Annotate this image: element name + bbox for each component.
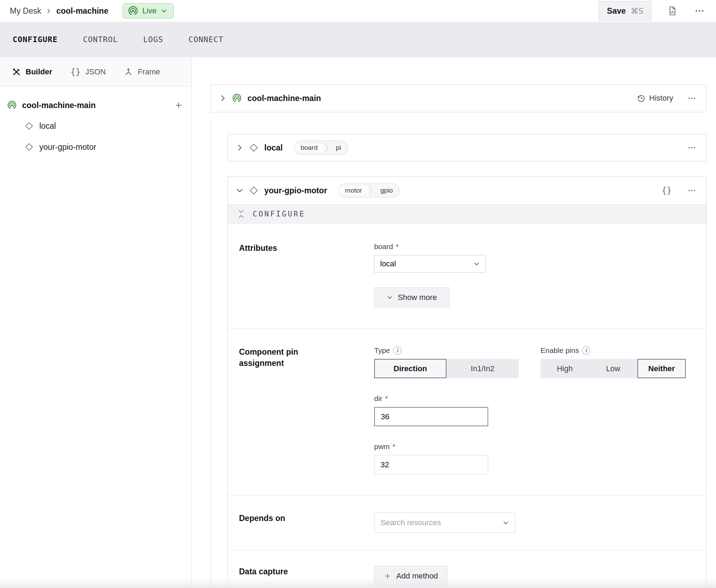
board-select-value: local: [380, 259, 396, 268]
show-more-button[interactable]: Show more: [374, 287, 450, 307]
pwm-input[interactable]: [374, 455, 488, 474]
component-diamond-icon: [249, 143, 259, 153]
dir-input[interactable]: [374, 407, 488, 426]
add-method-button[interactable]: Add method: [374, 566, 447, 586]
resource-tree: cool-machine-main local your-gpi: [0, 87, 192, 158]
mode-json[interactable]: {} JSON: [71, 67, 106, 77]
enable-option-low[interactable]: Low: [589, 359, 637, 378]
ellipsis-icon: [687, 94, 696, 103]
type-option-direction[interactable]: Direction: [374, 359, 446, 378]
tree-item-local[interactable]: local: [0, 115, 192, 136]
machine-report-button[interactable]: [665, 4, 679, 18]
pin-assignment-row-label: Component pin assignment: [239, 346, 330, 474]
tree-part-label: cool-machine-main: [22, 101, 96, 110]
tab-logs[interactable]: LOGS: [143, 35, 163, 44]
badge-type: motor: [339, 187, 369, 194]
machine-tab-bar: CONFIGURE CONTROL LOGS CONNECT: [0, 22, 716, 57]
enable-pins-field-label: Enable pins: [541, 346, 579, 355]
board-select[interactable]: local: [374, 255, 486, 273]
tab-connect[interactable]: CONNECT: [188, 35, 224, 44]
dir-field: dir *: [374, 394, 695, 426]
tree-item-gpio-motor[interactable]: your-gpio-motor: [0, 136, 192, 158]
mode-frame[interactable]: Frame: [124, 67, 160, 76]
top-bar: My Desk cool-machine Live Save ⌘S: [0, 0, 716, 22]
show-more-label: Show more: [398, 293, 437, 302]
chevron-down-icon: [473, 261, 480, 267]
json-braces-icon: {}: [71, 67, 81, 77]
enable-pins-control-group: Enable pins i High Low Neither: [541, 346, 686, 378]
tab-control[interactable]: CONTROL: [83, 35, 118, 44]
motor-type-badge: motor gpio: [338, 183, 400, 198]
chevron-down-icon: [503, 520, 509, 526]
save-button[interactable]: Save ⌘S: [599, 1, 651, 21]
history-button[interactable]: History: [637, 94, 673, 103]
save-shortcut: ⌘S: [631, 7, 643, 15]
live-broadcast-icon: [128, 6, 138, 16]
plus-icon: [174, 101, 183, 110]
frame-axes-icon: [124, 67, 133, 76]
part-children-group: local board pi: [211, 122, 707, 588]
component-diamond-icon: [25, 142, 34, 152]
enable-option-neither[interactable]: Neither: [637, 359, 686, 378]
history-clock-icon: [637, 94, 646, 103]
configure-sidebar: Builder {} JSON Frame: [0, 57, 192, 588]
pwm-field-label: pwm: [374, 442, 390, 451]
mode-builder[interactable]: Builder: [12, 67, 52, 76]
local-menu-button[interactable]: [686, 142, 698, 154]
mode-json-label: JSON: [85, 67, 106, 76]
configure-section-bar[interactable]: CONFIGURE: [228, 204, 706, 223]
collapse-chevron-down-icon[interactable]: [236, 187, 243, 194]
view-json-button[interactable]: {}: [660, 184, 673, 197]
badge-divider-chevron: [324, 141, 330, 155]
machine-status-dropdown[interactable]: Live: [122, 3, 174, 19]
local-card-title: local: [264, 143, 283, 153]
motor-menu-button[interactable]: [686, 185, 698, 196]
required-asterisk: *: [392, 442, 395, 451]
enable-pins-segmented-control: High Low Neither: [541, 359, 686, 378]
board-field-label: board: [374, 242, 393, 251]
info-icon[interactable]: i: [393, 346, 402, 355]
tree-item-part-main[interactable]: cool-machine-main: [0, 95, 192, 115]
save-label: Save: [607, 6, 626, 16]
expand-chevron-right-icon[interactable]: [219, 95, 226, 102]
pwm-field: pwm *: [374, 442, 695, 474]
expand-chevron-right-icon[interactable]: [236, 144, 243, 151]
enable-option-high[interactable]: High: [541, 359, 589, 378]
badge-model: gpio: [374, 187, 399, 194]
machine-status-label: Live: [142, 6, 157, 15]
data-capture-row-label: Data capture: [239, 566, 330, 586]
attributes-row-label: Attributes: [239, 242, 330, 307]
gpio-motor-card: your-gpio-motor motor gpio {}: [227, 176, 707, 588]
file-chart-icon: [667, 6, 677, 16]
pin-assignment-row: Component pin assignment Type i Directio…: [228, 329, 706, 496]
depends-on-row: Depends on: [228, 496, 706, 550]
part-menu-button[interactable]: [686, 92, 698, 104]
type-option-in1in2[interactable]: In1/In2: [446, 359, 519, 378]
required-asterisk: *: [385, 394, 388, 403]
breadcrumb-parent[interactable]: My Desk: [10, 6, 41, 16]
plus-icon: [384, 572, 391, 580]
required-asterisk: *: [396, 242, 399, 251]
depends-on-select[interactable]: [374, 513, 515, 533]
add-method-label: Add method: [396, 572, 438, 581]
mode-frame-label: Frame: [138, 67, 160, 76]
type-segmented-control: Direction In1/In2: [374, 359, 519, 378]
type-control-group: Type i Direction In1/In2: [374, 346, 519, 378]
add-resource-button[interactable]: [174, 101, 183, 110]
breadcrumb-chevron-icon: [46, 8, 51, 14]
machine-menu-button[interactable]: [693, 4, 706, 18]
ellipsis-icon: [687, 186, 696, 195]
builder-tools-icon: [12, 67, 21, 76]
tab-configure[interactable]: CONFIGURE: [13, 35, 58, 44]
type-field-label: Type: [374, 346, 390, 355]
chevron-down-icon: [161, 8, 167, 14]
collapse-fold-icon: [237, 209, 245, 219]
mode-builder-label: Builder: [26, 67, 52, 76]
depends-on-search-input[interactable]: [380, 518, 503, 527]
part-broadcast-icon: [7, 100, 17, 110]
info-icon[interactable]: i: [582, 346, 590, 355]
tree-gpio-motor-label: your-gpio-motor: [39, 142, 96, 152]
badge-model: pi: [330, 144, 347, 152]
configure-mode-switcher: Builder {} JSON Frame: [0, 57, 192, 87]
ellipsis-icon: [687, 143, 696, 152]
